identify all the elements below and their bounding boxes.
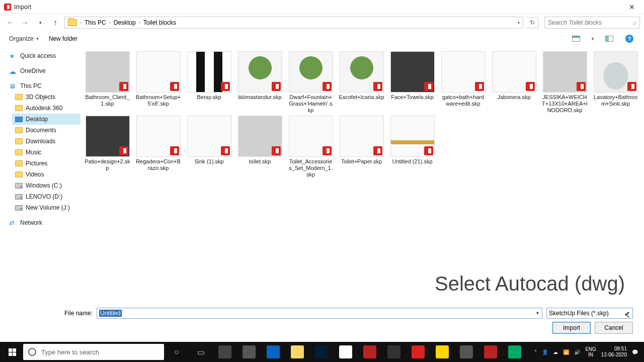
cancel-button[interactable]: Cancel [595, 322, 633, 334]
chevron-right-icon: › [80, 20, 82, 25]
sketchup-badge-icon [323, 146, 332, 155]
chevron-right-icon: › [139, 20, 140, 25]
sidebar-network[interactable]: ⇄ Network [6, 217, 80, 228]
sketchup-badge-icon [119, 82, 128, 91]
taskbar-app[interactable] [382, 342, 406, 362]
tray-clock[interactable]: 08:51 12-06-2020 [601, 346, 627, 358]
cortana-button[interactable]: ○ [165, 342, 188, 362]
file-item[interactable]: Toilet+Paper.skp [338, 115, 385, 179]
sidebar-item-music[interactable]: Music [12, 147, 80, 158]
taskbar-app[interactable] [262, 342, 285, 362]
window-titlebar: Import ✕ [0, 0, 644, 14]
taskbar-search[interactable]: Type here to search [23, 344, 164, 360]
preview-pane-button[interactable] [604, 34, 615, 43]
sidebar-this-pc[interactable]: 🖥 This PC [6, 80, 80, 92]
tray-wifi-icon[interactable]: 📶 [563, 349, 569, 355]
refresh-button[interactable]: ↻ [526, 17, 538, 28]
file-item[interactable]: Patio+design+2.skp [84, 115, 131, 179]
taskbar-app[interactable] [503, 342, 526, 362]
file-grid[interactable]: Bathroom_Client_1.skpBathroom+Setup+5'x8… [80, 46, 644, 306]
taskbar-app[interactable] [286, 342, 309, 362]
sketchup-badge-icon [272, 82, 281, 91]
sidebar-item-downloads[interactable]: Downloads [12, 136, 80, 147]
tray-chevron-up-icon[interactable]: ˄ [534, 349, 537, 355]
sidebar-item-3d-objects[interactable]: 3D Objects [12, 92, 80, 103]
chevron-down-icon[interactable]: ▼ [535, 311, 540, 316]
tray-cloud-icon[interactable]: ☁ [553, 349, 558, 355]
file-item[interactable]: gatco+bath+hardware+edit.skp [439, 50, 487, 115]
tray-volume-icon[interactable]: 🔊 [574, 349, 580, 355]
taskbar-app[interactable] [358, 342, 381, 362]
file-item[interactable]: JESSIKA+WEICHT+13X10+AREA+INODORO.skp [541, 50, 589, 115]
view-mode-button[interactable] [571, 34, 582, 43]
filename-input[interactable]: Untitled ▼ [97, 308, 542, 319]
file-thumbnail [594, 51, 638, 93]
tray-language[interactable]: ENG IN [585, 346, 596, 357]
file-name: Toilet+Paper.skp [341, 158, 382, 165]
search-input[interactable] [548, 19, 633, 26]
file-item[interactable]: Sink (1).skp [185, 115, 233, 179]
sidebar-item-pictures[interactable]: Pictures [12, 158, 80, 169]
breadcrumb-dropdown[interactable]: ▾ [518, 21, 520, 25]
file-item[interactable]: blómastandur.skp [236, 50, 284, 115]
file-item[interactable]: Escofet+Icaria.skp [338, 50, 385, 115]
file-item[interactable]: Beray.skp [185, 50, 233, 115]
sidebar-quick-access[interactable]: ★ Quick access [6, 50, 80, 61]
file-thumbnail [136, 51, 181, 93]
new-folder-button[interactable]: New folder [49, 35, 77, 42]
task-view-button[interactable]: ▭ [189, 342, 212, 362]
up-button[interactable]: ↑ [49, 17, 61, 29]
tray-notifications-icon[interactable]: 💬 [632, 349, 638, 355]
breadcrumb-item[interactable]: This PC [85, 19, 106, 26]
file-item[interactable]: Dwarf+Fountain+Grass+'Hameln'.skp [287, 50, 335, 115]
taskbar-app[interactable] [407, 342, 430, 362]
file-item[interactable]: Regadera+Con+Brazo.skp [134, 115, 182, 179]
taskbar-app[interactable] [455, 342, 478, 362]
filetype-dropdown[interactable]: SketchUp Files (*.skp) ▼ ↖ [546, 308, 633, 319]
taskbar-app[interactable] [310, 342, 333, 362]
sidebar-item-desktop[interactable]: Desktop [12, 114, 80, 125]
file-thumbnail [390, 116, 435, 157]
file-item[interactable]: Lavatory+Bathroom+Sink.skp [592, 50, 639, 115]
desktop-icon [15, 117, 23, 122]
import-button[interactable]: Import [552, 322, 591, 334]
file-item[interactable]: Untitled (21).skp [388, 115, 436, 179]
taskbar-app[interactable] [479, 342, 502, 362]
breadcrumb-item[interactable]: Desktop [114, 19, 136, 26]
sidebar-item-documents[interactable]: Documents [12, 125, 80, 136]
file-name: toilet.skp [249, 158, 271, 165]
file-item[interactable]: Bathroom_Client_1.skp [84, 50, 131, 115]
taskbar-app[interactable] [213, 342, 236, 362]
search-box[interactable]: ⌕ [544, 17, 640, 29]
taskbar-app[interactable] [431, 342, 454, 362]
sidebar-item-autodesk[interactable]: Autodesk 360 [12, 103, 80, 114]
file-thumbnail [340, 116, 384, 157]
file-item[interactable]: Jabonera.skp [490, 50, 538, 115]
breadcrumb[interactable]: › This PC › Desktop › Toilet blocks ▾ [64, 17, 523, 29]
taskbar-app[interactable] [237, 342, 261, 362]
sidebar-onedrive[interactable]: ☁ OneDrive [6, 65, 80, 76]
tray-people-icon[interactable]: 👤 [542, 349, 548, 355]
sidebar-item-drive-j[interactable]: New Volume (J:) [12, 202, 80, 213]
drive-icon [15, 205, 23, 211]
chevron-down-icon[interactable]: ▼ [591, 37, 595, 41]
sidebar-item-drive-c[interactable]: Windows (C:) [12, 180, 80, 191]
breadcrumb-item[interactable]: Toilet blocks [143, 19, 176, 26]
file-name: Untitled (21).skp [392, 158, 432, 165]
sidebar-item-drive-d[interactable]: LENOVO (D:) [12, 191, 80, 202]
sketchup-badge-icon [577, 82, 586, 91]
file-item[interactable]: Bathroom+Setup+5'x8'.skp [134, 50, 182, 115]
taskbar-app[interactable] [334, 342, 357, 362]
file-item[interactable]: Face+Towels.skp [388, 50, 436, 115]
back-button[interactable]: ← [4, 17, 16, 29]
start-button[interactable] [2, 342, 22, 362]
file-item[interactable]: Toilet_Accessories_Set_Modern_1.skp [287, 115, 335, 179]
help-button[interactable]: ? [624, 34, 635, 43]
sidebar-item-videos[interactable]: Videos [12, 169, 80, 180]
system-tray[interactable]: ˄ 👤 ☁ 📶 🔊 ENG IN 08:51 12-06-2020 💬 [534, 346, 642, 358]
recent-button[interactable]: ▾ [34, 17, 46, 29]
organize-menu[interactable]: Organize ▼ [9, 35, 40, 42]
close-button[interactable]: ✕ [624, 1, 640, 13]
file-item[interactable]: toilet.skp [236, 115, 284, 179]
file-thumbnail [187, 51, 231, 93]
